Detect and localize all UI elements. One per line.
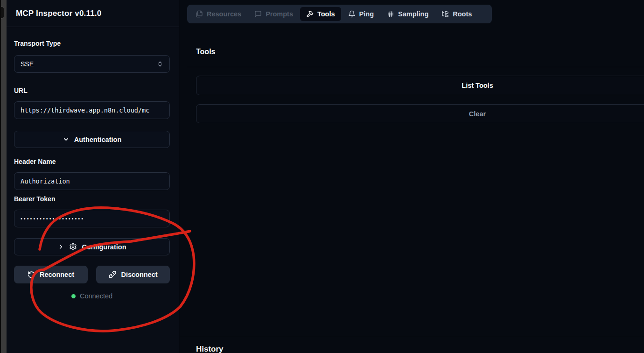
clear-button[interactable]: Clear [196,104,644,123]
sidebar-body: Transport Type SSE URL https://thirdwave… [7,40,179,300]
bearer-token-label: Bearer Token [14,195,170,203]
reconnect-button[interactable]: Reconnect [14,266,88,283]
authentication-toggle-button[interactable]: Authentication [14,131,170,148]
list-tools-button[interactable]: List Tools [196,76,644,95]
tab-tools[interactable]: Tools [300,7,341,21]
connection-buttons-row: Reconnect Disconnect [14,266,170,283]
authentication-toggle-label: Authentication [74,136,122,143]
section-divider [187,67,644,67]
bell-icon [348,10,356,18]
main-panel: Resources Prompts Tools Ping Sampling Ro… [180,0,644,353]
tab-label: Roots [453,10,472,18]
app-title: MCP Inspector v0.11.0 [16,9,101,18]
folder-tree-icon [441,10,449,18]
hash-icon [387,10,394,18]
tab-label: Resources [207,10,241,18]
header-name-input[interactable]: Authorization [14,172,170,190]
chevrons-up-down-icon [157,61,163,67]
files-icon [196,10,203,18]
tab-sampling[interactable]: Sampling [381,7,434,21]
tab-label: Sampling [398,10,428,18]
tab-label: Ping [359,10,374,18]
transport-type-value: SSE [21,60,34,68]
history-heading: History [196,345,224,353]
tab-roots[interactable]: Roots [435,7,478,21]
hammer-icon [306,10,314,18]
tab-prompts[interactable]: Prompts [248,7,299,21]
tab-label: Tools [317,10,335,18]
chevron-right-icon [57,243,64,250]
tab-ping[interactable]: Ping [342,7,380,21]
url-input[interactable]: https://thirdwave.app.n8n.cloud/mc [14,101,170,119]
disconnect-label: Disconnect [121,271,157,278]
connection-status: Connected [14,292,170,300]
transport-type-label: Transport Type [14,40,170,47]
transport-type-select[interactable]: SSE [14,55,170,73]
chevron-down-icon [63,136,70,143]
disconnect-button[interactable]: Disconnect [96,266,170,283]
window-edge-strip [0,0,7,353]
bearer-token-input[interactable]: •••••••••••••••••••• [14,210,170,227]
tab-label: Prompts [266,10,293,18]
rotate-ccw-icon [28,271,35,279]
status-dot-green [71,294,76,298]
url-label: URL [14,87,170,94]
unplug-icon [108,270,117,279]
history-divider [180,336,644,336]
status-text: Connected [80,292,112,300]
tab-bar: Resources Prompts Tools Ping Sampling Ro… [187,5,492,23]
message-square-icon [254,10,262,18]
configuration-toggle-label: Configuration [82,243,126,251]
configuration-toggle-button[interactable]: Configuration [14,238,170,255]
sidebar-header: MCP Inspector v0.11.0 [7,0,179,27]
sidebar: MCP Inspector v0.11.0 Transport Type SSE… [7,0,179,353]
gear-icon [69,243,77,251]
reconnect-label: Reconnect [40,271,74,278]
scrollbar-notch [1,7,4,19]
tab-resources[interactable]: Resources [189,7,247,21]
tools-section-heading: Tools [196,48,215,56]
header-name-label: Header Name [14,158,170,165]
